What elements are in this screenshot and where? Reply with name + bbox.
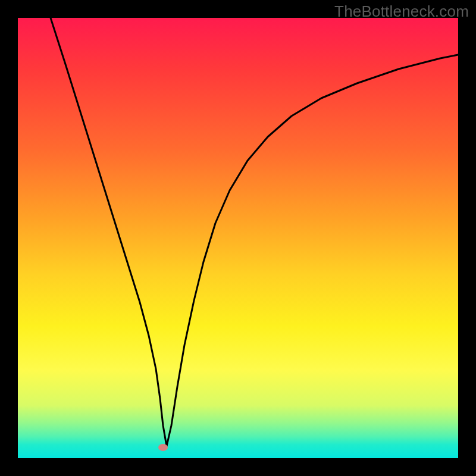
bottleneck-curve-path (51, 18, 458, 446)
chart-frame: TheBottleneck.com (0, 0, 476, 476)
plot-area (18, 18, 458, 458)
curve-svg (18, 18, 458, 458)
sweet-spot-marker (158, 444, 168, 451)
